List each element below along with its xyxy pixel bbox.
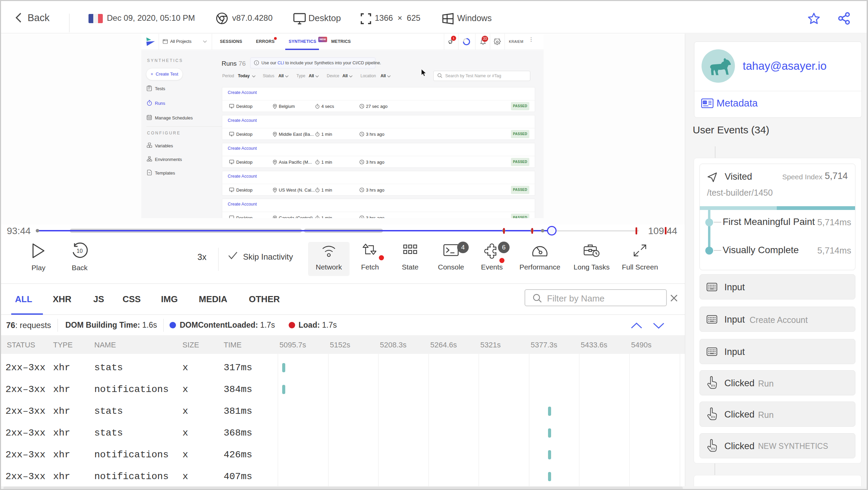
svg-text:10: 10 — [77, 248, 83, 254]
